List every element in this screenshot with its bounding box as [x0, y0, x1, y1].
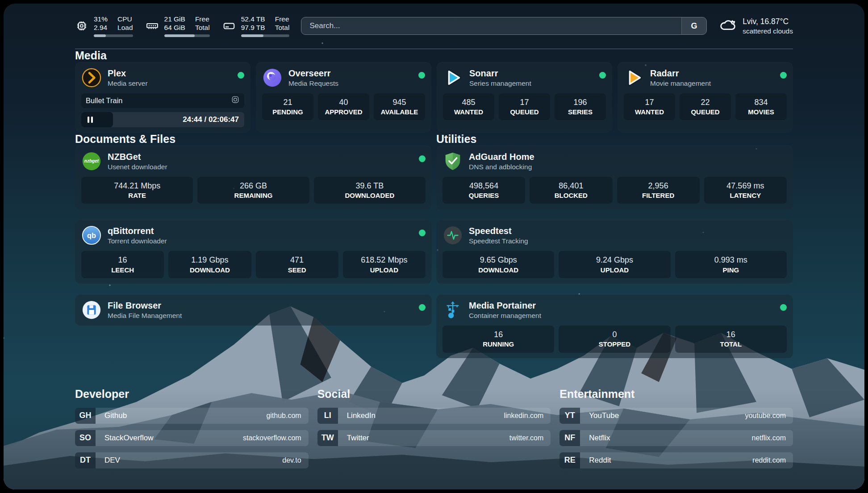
cpu-percent: 31%	[94, 15, 108, 24]
cpu-icon	[75, 19, 88, 33]
stat-total: 16TOTAL	[675, 326, 787, 353]
ram-icon	[146, 19, 159, 33]
memory-usage-bar	[164, 34, 210, 37]
cloud-icon	[718, 16, 737, 36]
app-subtitle: Media File Management	[108, 311, 182, 320]
stat-seed: 471SEED	[256, 251, 338, 278]
bookmark-group-developer: Developer GH Github github.com SO StackO…	[75, 388, 309, 468]
app-subtitle: Series management	[469, 79, 531, 88]
stat-remaining: 266 GBREMAINING	[197, 177, 309, 204]
bookmark-github[interactable]: GH Github github.com	[75, 408, 309, 424]
section-title-utilities: Utilities	[436, 133, 793, 146]
app-subtitle: DNS and adblocking	[469, 163, 534, 171]
status-badge	[418, 72, 425, 79]
window-frame: 31% 2.94 CPU Load	[0, 0, 868, 493]
app-card-portainer[interactable]: Media Portainer Container management 16R…	[436, 294, 793, 358]
adguard-icon	[442, 151, 463, 171]
stat-upload: 618.52 MbpsUPLOAD	[343, 251, 426, 278]
session-icon[interactable]	[231, 95, 240, 106]
bookmark-stackoverflow[interactable]: SO StackOverflow stackoverflow.com	[75, 430, 309, 446]
status-badge	[419, 155, 426, 162]
app-card-filebrowser[interactable]: File Browser Media File Management	[75, 294, 432, 326]
app-card-plex[interactable]: Plex Media server Bullet Train	[75, 62, 250, 133]
bookmark-linkedin[interactable]: LI LinkedIn linkedin.com	[317, 408, 551, 424]
cpu-load-value: 2.94	[94, 24, 108, 32]
app-subtitle: Media server	[108, 79, 148, 88]
speedtest-icon	[442, 225, 463, 246]
disk-label-2: Total	[275, 24, 290, 32]
app-card-sonarr[interactable]: Sonarr Series management 485WANTED 17QUE…	[437, 62, 612, 133]
app-card-overseerr[interactable]: Overseerr Media Requests 21PENDING 40APP…	[256, 62, 431, 133]
stat-stopped: 0STOPPED	[559, 326, 670, 353]
memory-free-value: 21 GiB	[164, 15, 185, 24]
disk-label-1: Free	[275, 15, 290, 24]
app-card-nzbget[interactable]: nzbget NZBGet Usenet downloader 74	[75, 146, 432, 209]
app-card-qbittorrent[interactable]: qb qBittorrent Torrent downloader	[75, 220, 432, 284]
weather-widget: Lviv, 16.87°C scattered clouds	[718, 16, 793, 36]
bookmarks-section: Developer GH Github github.com SO StackO…	[75, 388, 793, 486]
app-title: Plex	[108, 68, 148, 79]
bookmark-twitter[interactable]: TW Twitter twitter.com	[317, 430, 551, 446]
stat-available: 945AVAILABLE	[374, 93, 425, 121]
app-subtitle: Usenet downloader	[108, 163, 167, 171]
stat-filtered: 2,956FILTERED	[617, 177, 700, 204]
app-subtitle: Media Requests	[288, 79, 338, 88]
app-title: AdGuard Home	[469, 151, 534, 163]
weather-location-temp: Lviv, 16.87°C	[743, 17, 793, 26]
app-title: Speedtest	[469, 226, 528, 237]
search-engine-button[interactable]: G	[681, 17, 706, 34]
stat-queued: 17QUEUED	[499, 93, 550, 121]
memory-total-value: 64 GiB	[164, 24, 185, 32]
svg-text:nzbget: nzbget	[84, 159, 99, 163]
app-title: Media Portainer	[469, 300, 541, 311]
bookmark-dev[interactable]: DT DEV dev.to	[75, 452, 309, 468]
app-subtitle: Speedtest Tracking	[469, 237, 528, 245]
cpu-widget: 31% 2.94 CPU Load	[75, 15, 133, 37]
stat-rate: 744.21 MbpsRATE	[81, 177, 193, 204]
memory-widget: 21 GiB 64 GiB Free Total	[146, 15, 210, 37]
app-card-adguard[interactable]: AdGuard Home DNS and adblocking 498,564Q…	[436, 146, 793, 209]
disk-total-value: 97.9 TB	[241, 24, 265, 32]
stat-wanted: 485WANTED	[443, 93, 494, 121]
status-badge	[419, 230, 426, 236]
search-input[interactable]	[301, 17, 681, 34]
app-title: Radarr	[650, 68, 711, 79]
stat-running: 16RUNNING	[442, 326, 554, 353]
status-badge	[780, 304, 787, 311]
system-stats: 31% 2.94 CPU Load	[75, 15, 289, 37]
bookmark-netflix[interactable]: NF Netflix netflix.com	[559, 430, 793, 446]
stat-queued: 22QUEUED	[680, 93, 731, 121]
stat-movies: 834MOVIES	[735, 93, 787, 121]
dashboard-screen: 31% 2.94 CPU Load	[4, 4, 864, 489]
disk-free-value: 52.4 TB	[241, 15, 265, 24]
section-title-media: Media	[75, 49, 793, 62]
cpu-label-2: Load	[117, 24, 133, 32]
stat-ping: 0.993 msPING	[675, 251, 787, 278]
section-title-documents: Documents & Files	[75, 133, 432, 146]
bookmark-reddit[interactable]: RE Reddit reddit.com	[559, 452, 793, 468]
status-badge	[238, 72, 244, 79]
memory-label-2: Total	[195, 24, 210, 32]
bookmark-group-entertainment: Entertainment YT YouTube youtube.com NF …	[559, 388, 793, 468]
radarr-icon	[624, 67, 644, 88]
nzbget-icon: nzbget	[81, 151, 102, 171]
now-playing-row: Bullet Train	[81, 93, 244, 108]
bookmark-youtube[interactable]: YT YouTube youtube.com	[559, 408, 793, 424]
stat-wanted: 17WANTED	[624, 93, 675, 121]
app-card-speedtest[interactable]: Speedtest Speedtest Tracking 9.65 GbpsDO…	[436, 220, 793, 284]
app-title: NZBGet	[108, 151, 167, 163]
now-playing-title: Bullet Train	[86, 96, 123, 105]
app-card-radarr[interactable]: Radarr Movie management 17WANTED 22QUEUE…	[618, 62, 793, 133]
portainer-icon	[442, 300, 463, 320]
pause-button[interactable]	[81, 117, 93, 123]
disk-widget: 52.4 TB 97.9 TB Free Total	[222, 15, 290, 37]
disk-icon	[222, 19, 236, 33]
stat-latency: 47.569 msLATENCY	[704, 177, 787, 204]
app-title: File Browser	[108, 300, 182, 311]
overseerr-icon	[262, 67, 283, 88]
app-subtitle: Container management	[469, 311, 541, 320]
stat-upload: 9.24 GbpsUPLOAD	[559, 251, 670, 278]
media-cards-row: Plex Media server Bullet Train	[75, 62, 793, 133]
filebrowser-icon	[81, 300, 102, 320]
stat-pending: 21PENDING	[262, 93, 313, 121]
